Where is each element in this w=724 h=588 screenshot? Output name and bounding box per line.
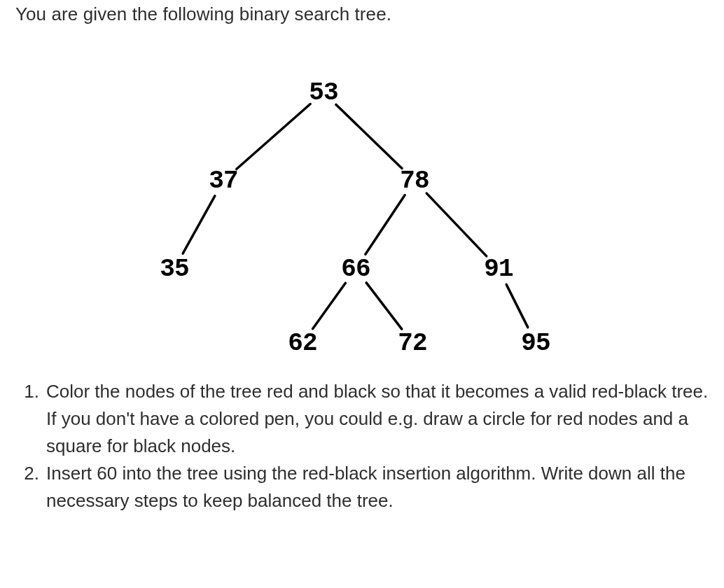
- tree-edge: [237, 104, 310, 169]
- bst-diagram: 533778356691627295: [15, 35, 709, 378]
- tree-node-37: 37: [209, 166, 238, 195]
- question-text: Insert 60 into the tree using the red-bl…: [46, 460, 709, 514]
- tree-edge: [506, 284, 528, 327]
- questions-list: 1. Color the nodes of the tree red and b…: [15, 378, 709, 514]
- intro-text: You are given the following binary searc…: [15, 1, 709, 28]
- tree-node-66: 66: [341, 254, 370, 283]
- tree-edge: [426, 193, 487, 256]
- tree-edge: [366, 195, 405, 253]
- tree-edge: [183, 196, 215, 253]
- tree-node-62: 62: [288, 328, 317, 357]
- tree-node-91: 91: [484, 254, 513, 283]
- tree-node-78: 78: [400, 166, 429, 195]
- tree-node-35: 35: [160, 254, 189, 283]
- tree-edge: [313, 283, 346, 328]
- tree-edge: [366, 283, 402, 329]
- question-number: 2.: [15, 460, 46, 514]
- question-text: Color the nodes of the tree red and blac…: [46, 378, 709, 460]
- tree-node-95: 95: [521, 328, 550, 357]
- tree-node-53: 53: [309, 78, 338, 106]
- question-number: 1.: [15, 378, 46, 460]
- question-1: 1. Color the nodes of the tree red and b…: [15, 378, 709, 460]
- tree-edge: [336, 104, 402, 168]
- tree-edges: [15, 35, 724, 378]
- question-2: 2. Insert 60 into the tree using the red…: [15, 460, 709, 514]
- tree-node-72: 72: [398, 328, 427, 357]
